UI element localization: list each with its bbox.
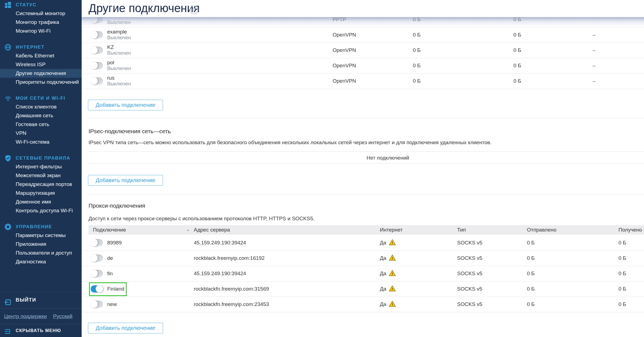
toggle-knob xyxy=(90,46,98,54)
page-title: Другие подключения xyxy=(89,0,200,16)
proxy-section-description: Доступ к сети через прокси-серверы с исп… xyxy=(89,216,314,222)
warning-icon[interactable]: ! xyxy=(389,285,396,292)
connection-name: example xyxy=(107,29,127,35)
connection-type: PPTP xyxy=(333,16,346,23)
connection-toggle[interactable] xyxy=(91,239,103,246)
proxy-column-header[interactable]: Получено xyxy=(618,225,642,235)
proxy-internet-status: Да xyxy=(380,286,386,292)
connection-toggle[interactable] xyxy=(91,77,103,85)
hide-menu-icon xyxy=(4,327,11,335)
toggle-knob xyxy=(90,239,98,246)
proxy-column-header[interactable]: Адрес сервера xyxy=(194,225,230,235)
connection-name: pol xyxy=(107,60,114,66)
proxy-column-header[interactable]: Отправлено xyxy=(527,225,556,235)
sidebar-section-title: СЕТЕВЫЕ ПРАВИЛА xyxy=(0,154,82,162)
connection-status: Выключен xyxy=(107,35,131,41)
proxy-sent: 0 Б xyxy=(527,255,535,261)
connection-name: rus xyxy=(107,75,114,81)
sidebar-item[interactable]: Системный монитор xyxy=(0,9,82,18)
sidebar-item[interactable]: VPN xyxy=(0,129,82,138)
main-content: Другие подключения ? ВыключенPPTP0 Б0 Бe… xyxy=(82,0,644,337)
proxy-server-address: rockblackfn.freemyip.com:23453 xyxy=(194,301,269,307)
connection-type: OpenVPN xyxy=(333,63,356,69)
sidebar-item[interactable]: Доменное имя xyxy=(0,197,82,206)
proxy-column-header[interactable]: Интернет xyxy=(380,225,403,235)
connection-toggle[interactable] xyxy=(91,270,103,277)
proxy-name: new xyxy=(107,301,117,307)
proxy-table-header: ПодключениеАдрес сервераИнтернетТипОтпра… xyxy=(89,225,644,235)
proxy-internet-status: Да xyxy=(380,240,386,246)
gear-icon xyxy=(4,223,12,230)
sidebar-item[interactable]: Переадресация портов xyxy=(0,180,82,189)
toggle-knob xyxy=(96,285,103,293)
sidebar-item[interactable]: Монитор Wi-Fi xyxy=(0,27,82,35)
ipsec-section-title: IPsec-подключения сеть—сеть xyxy=(89,128,171,135)
shield-icon xyxy=(4,155,12,162)
proxy-sent: 0 Б xyxy=(527,271,535,277)
sidebar-section-label: МОИ СЕТИ И WI-FI xyxy=(16,96,65,101)
proxy-internet-status: Да xyxy=(380,271,386,277)
sidebar-item[interactable]: Wi-Fi-система xyxy=(0,138,82,146)
connection-toggle[interactable] xyxy=(91,301,103,308)
sidebar-item[interactable]: Гостевая сеть xyxy=(0,120,82,129)
logout-button[interactable]: ВЫЙТИ xyxy=(0,292,82,308)
connection-toggle[interactable] xyxy=(91,285,103,293)
connection-extra: – xyxy=(593,63,596,69)
sidebar-item[interactable]: Контроль доступа Wi-Fi xyxy=(0,206,82,215)
connection-received: 0 Б xyxy=(513,32,521,38)
sidebar-item[interactable]: Домашняя сеть xyxy=(0,111,82,120)
sidebar-item[interactable]: Пользователи и доступ xyxy=(0,249,82,257)
proxy-column-header[interactable]: Тип xyxy=(457,225,466,235)
sidebar-item[interactable]: Список клиентов xyxy=(0,102,82,111)
sidebar-section-label: СЕТЕВЫЕ ПРАВИЛА xyxy=(16,155,70,161)
language-link[interactable]: Русский xyxy=(53,308,73,324)
proxy-connection-row: newrockblackfn.freemyip.com:23453Да!SOCK… xyxy=(82,297,644,312)
section-divider xyxy=(89,118,644,118)
sidebar-item[interactable]: Приложения xyxy=(0,240,82,249)
sidebar-item[interactable]: Диагностика xyxy=(0,257,82,266)
connection-toggle[interactable] xyxy=(91,31,103,38)
sidebar-item[interactable]: Межсетевой экран xyxy=(0,171,82,180)
sidebar-item[interactable]: Wireless ISP xyxy=(0,60,82,69)
sidebar-item[interactable]: Кабель Ethernet xyxy=(0,51,82,60)
add-connection-button[interactable]: Добавить подключение xyxy=(88,100,163,110)
warning-icon[interactable]: ! xyxy=(389,239,396,246)
sidebar-section-title: ИНТЕРНЕТ xyxy=(0,43,82,51)
proxy-internet-status: Да xyxy=(380,255,386,261)
sidebar-item[interactable]: Интернет-фильтры xyxy=(0,162,82,171)
connection-toggle[interactable] xyxy=(91,47,103,54)
sidebar-item[interactable]: Маршрутизация xyxy=(0,189,82,197)
toggle-knob xyxy=(90,31,98,38)
help-icon[interactable]: ? xyxy=(190,5,198,14)
add-ipsec-connection-button[interactable]: Добавить подключение xyxy=(88,175,163,186)
connection-received: 0 Б xyxy=(513,47,521,53)
proxy-received: 0 Б xyxy=(618,286,626,292)
sidebar-section: МОИ СЕТИ И WI-FIСписок клиентовДомашняя … xyxy=(0,94,82,146)
hide-menu-button[interactable]: СКРЫВАТЬ МЕНЮ xyxy=(0,324,82,337)
sidebar-item[interactable]: Приоритеты подключений xyxy=(0,78,82,87)
svg-text:!: ! xyxy=(392,302,393,307)
proxy-column-header[interactable]: Подключение xyxy=(93,225,126,235)
connection-received: 0 Б xyxy=(513,63,521,69)
other-connection-row: KZВыключенOpenVPN0 Б0 Б– xyxy=(82,43,644,58)
warning-icon[interactable]: ! xyxy=(389,300,396,307)
connection-extra: – xyxy=(593,32,596,38)
sidebar-item[interactable]: Параметры системы xyxy=(0,231,82,240)
warning-icon[interactable]: ! xyxy=(389,270,396,276)
proxy-received: 0 Б xyxy=(618,255,626,261)
warning-icon[interactable]: ! xyxy=(389,254,396,261)
connection-status: Выключен xyxy=(107,81,131,87)
proxy-connection-row: derockblack.freemyip.com:16192Да!SOCKS v… xyxy=(82,250,644,266)
connection-toggle[interactable] xyxy=(91,62,103,69)
connection-extra: – xyxy=(593,47,596,53)
svg-text:!: ! xyxy=(392,241,393,245)
support-center-link[interactable]: Центр поддержки xyxy=(4,308,47,324)
proxy-internet-status: Да xyxy=(380,301,386,307)
sidebar-item[interactable]: Монитор трафика xyxy=(0,18,82,27)
connection-toggle[interactable] xyxy=(91,255,103,262)
connection-sent: 0 Б xyxy=(413,63,421,69)
add-proxy-connection-button[interactable]: Добавить подключение xyxy=(88,323,163,333)
sort-ascending-icon: ▲ xyxy=(186,225,189,235)
sidebar-section-label: СТАТУС xyxy=(16,2,37,7)
sidebar-item[interactable]: Другие подключения xyxy=(0,69,82,78)
